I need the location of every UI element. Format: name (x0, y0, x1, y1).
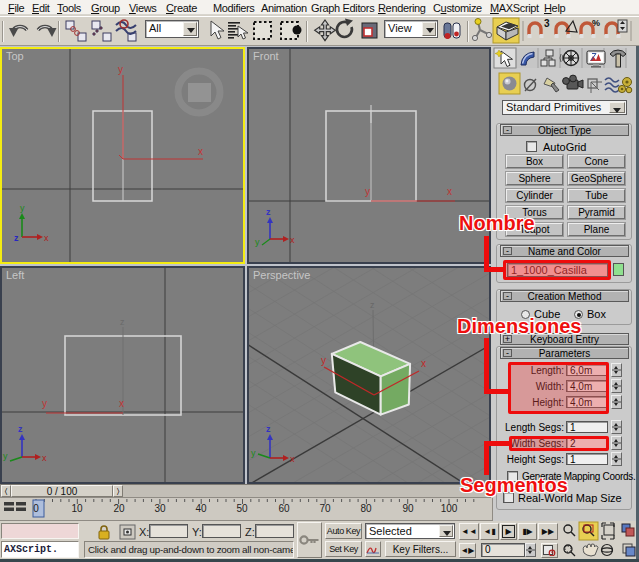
svg-text:y: y (365, 186, 370, 197)
svg-text:%: % (592, 18, 600, 28)
svg-text:y: y (20, 203, 25, 213)
svg-text:10: 10 (71, 503, 83, 514)
svg-text:80: 80 (360, 503, 372, 514)
svg-text:y: y (251, 448, 256, 458)
svg-text:0: 0 (33, 503, 39, 514)
svg-text:20: 20 (113, 503, 125, 514)
svg-text:x: x (290, 235, 295, 245)
svg-text:90: 90 (402, 503, 414, 514)
svg-text:60: 60 (278, 503, 290, 514)
svg-text:x: x (198, 146, 203, 157)
svg-text:y: y (321, 355, 326, 366)
svg-text:z: z (120, 317, 125, 327)
svg-text:70: 70 (319, 503, 331, 514)
svg-text:z: z (370, 300, 375, 310)
svg-text:50: 50 (236, 503, 248, 514)
svg-text:x: x (42, 453, 47, 463)
svg-text:100: 100 (441, 503, 458, 514)
svg-text:z: z (18, 424, 23, 434)
svg-text:y: y (42, 398, 47, 409)
svg-text:x: x (119, 398, 124, 409)
svg-text:y: y (3, 451, 8, 461)
svg-text:x: x (447, 186, 452, 197)
svg-text:x: x (44, 233, 49, 243)
svg-text:x: x (421, 358, 426, 369)
svg-text:40: 40 (195, 503, 207, 514)
svg-text:z: z (14, 233, 19, 243)
svg-text:y: y (118, 64, 123, 75)
svg-text:z: z (266, 424, 271, 434)
svg-text:y: y (255, 237, 260, 247)
svg-text:30: 30 (154, 503, 166, 514)
svg-text:z: z (266, 207, 271, 217)
svg-text:3: 3 (544, 18, 550, 29)
svg-text:x: x (290, 454, 295, 464)
